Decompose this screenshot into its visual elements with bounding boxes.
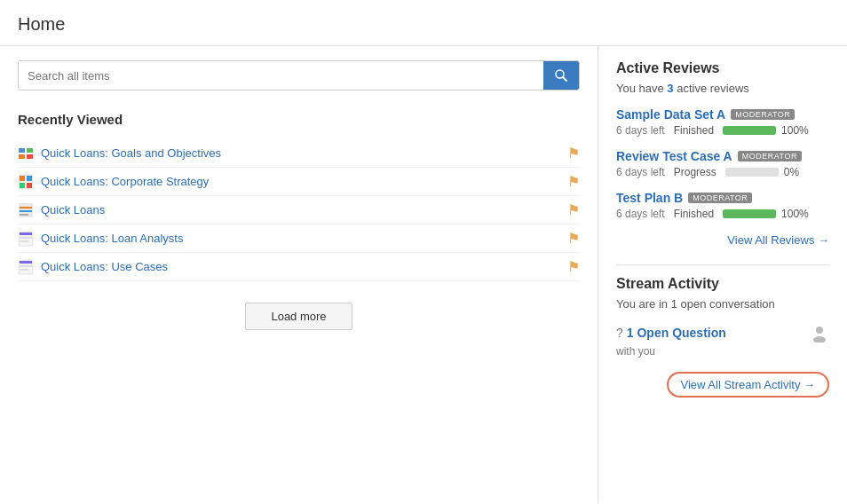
svg-rect-3 <box>27 148 33 153</box>
review-item-1: Sample Data Set A MODERATOR 6 days left … <box>616 107 829 137</box>
usecases-icon <box>18 259 34 275</box>
progress-pct-1: 100% <box>781 124 809 137</box>
progress-container-3: 100% <box>723 208 809 220</box>
moderator-badge-3: MODERATOR <box>688 193 752 203</box>
question-mark: ? <box>616 326 623 340</box>
review-status-3: Finished <box>674 208 714 220</box>
svg-rect-20 <box>20 261 32 264</box>
recently-viewed-title: Recently Viewed <box>18 112 580 127</box>
svg-rect-10 <box>27 183 32 188</box>
quickloans-icon <box>18 202 34 218</box>
svg-line-1 <box>563 77 566 81</box>
load-more-container: Load more <box>18 303 580 330</box>
search-input[interactable] <box>19 61 543 90</box>
list-item: Quick Loans: Loan Analysts ⚑ <box>18 224 580 253</box>
review-title-1[interactable]: Sample Data Set A <box>616 107 725 122</box>
review-status-1: Finished <box>674 124 714 137</box>
svg-rect-13 <box>20 210 32 212</box>
svg-rect-21 <box>20 265 32 267</box>
bookmark-icon[interactable]: ⚑ <box>567 145 580 161</box>
review-days-1: 6 days left <box>616 124 665 137</box>
goals-icon <box>18 146 34 161</box>
review-meta-3: 6 days left Finished 100% <box>616 208 829 220</box>
review-title-2[interactable]: Review Test Case A <box>616 149 732 163</box>
svg-rect-22 <box>20 269 28 271</box>
recently-viewed-list: Quick Loans: Goals and Objectives ⚑ Quic… <box>18 139 580 281</box>
svg-rect-14 <box>20 214 28 216</box>
progress-container-1: 100% <box>723 124 809 137</box>
svg-rect-17 <box>20 237 32 239</box>
svg-point-23 <box>816 327 823 334</box>
view-stream-container: View All Stream Activity → <box>616 372 829 398</box>
moderator-badge-1: MODERATOR <box>731 109 795 120</box>
svg-rect-7 <box>20 176 25 181</box>
left-panel: Recently Viewed Quick Loans: Goals and O… <box>0 46 598 503</box>
svg-point-24 <box>813 336 826 343</box>
with-you-text: with you <box>616 345 829 358</box>
search-button[interactable] <box>543 61 579 90</box>
user-avatar-icon <box>810 323 829 343</box>
divider <box>616 264 829 265</box>
review-title-3[interactable]: Test Plan B <box>616 191 683 205</box>
view-all-reviews-link[interactable]: View All Reviews → <box>727 233 829 247</box>
analysts-icon <box>18 231 34 247</box>
item-link-analysts[interactable]: Quick Loans: Loan Analysts <box>41 232 183 245</box>
review-days-2: 6 days left <box>616 166 665 178</box>
review-status-2: Progress <box>674 166 716 178</box>
svg-rect-4 <box>19 154 25 159</box>
active-reviews-subtitle: You have 3 active reviews <box>616 82 829 95</box>
svg-rect-9 <box>20 183 25 188</box>
svg-rect-8 <box>27 176 32 181</box>
search-icon <box>554 68 568 83</box>
bookmark-icon[interactable]: ⚑ <box>567 201 580 218</box>
svg-rect-2 <box>19 148 25 153</box>
view-all-reviews-container: View All Reviews → <box>616 232 829 247</box>
item-link-goals[interactable]: Quick Loans: Goals and Objectives <box>41 146 221 160</box>
item-link-quickloans[interactable]: Quick Loans <box>41 203 105 217</box>
svg-rect-18 <box>20 240 28 242</box>
corporate-icon <box>18 174 34 190</box>
review-days-3: 6 days left <box>616 208 665 220</box>
view-stream-link[interactable]: View All Stream Activity → <box>667 372 829 398</box>
svg-rect-5 <box>27 154 33 159</box>
progress-bar-3 <box>723 209 776 218</box>
bookmark-icon[interactable]: ⚑ <box>567 173 580 190</box>
moderator-badge-2: MODERATOR <box>738 151 802 161</box>
open-question-row: ? 1 Open Question <box>616 323 829 343</box>
progress-container-2: 0% <box>725 166 799 178</box>
stream-activity-section: Stream Activity You are in 1 open conver… <box>616 276 829 398</box>
bookmark-icon[interactable]: ⚑ <box>567 258 580 275</box>
progress-pct-2: 0% <box>784 166 799 178</box>
list-item: Quick Loans: Use Cases ⚑ <box>18 253 580 281</box>
list-item: Quick Loans: Corporate Strategy ⚑ <box>18 168 580 196</box>
progress-pct-3: 100% <box>781 208 809 220</box>
open-question-link[interactable]: ? 1 Open Question <box>616 326 726 340</box>
list-item: Quick Loans: Goals and Objectives ⚑ <box>18 139 580 168</box>
active-reviews-title: Active Reviews <box>616 60 829 76</box>
stream-activity-title: Stream Activity <box>616 276 829 292</box>
item-link-usecases[interactable]: Quick Loans: Use Cases <box>41 260 168 273</box>
svg-rect-12 <box>20 207 32 209</box>
stream-activity-subtitle: You are in 1 open conversation <box>616 297 829 311</box>
open-question-label: 1 Open Question <box>627 326 726 340</box>
progress-bar-1 <box>723 126 776 135</box>
review-meta-1: 6 days left Finished 100% <box>616 124 829 137</box>
right-panel: Active Reviews You have 3 active reviews… <box>598 46 847 503</box>
load-more-button[interactable]: Load more <box>245 303 352 330</box>
search-bar <box>18 60 580 91</box>
item-link-corporate[interactable]: Quick Loans: Corporate Strategy <box>41 175 209 188</box>
page-title: Home <box>0 0 847 46</box>
svg-rect-16 <box>20 232 32 235</box>
review-meta-2: 6 days left Progress 0% <box>616 166 829 178</box>
bookmark-icon[interactable]: ⚑ <box>567 230 580 247</box>
review-item-2: Review Test Case A MODERATOR 6 days left… <box>616 149 829 178</box>
progress-bar-2 <box>725 168 779 177</box>
review-item-3: Test Plan B MODERATOR 6 days left Finish… <box>616 191 829 220</box>
list-item: Quick Loans ⚑ <box>18 196 580 224</box>
